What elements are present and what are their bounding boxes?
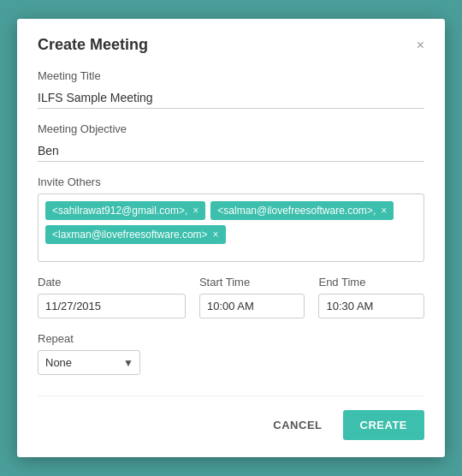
repeat-label: Repeat xyxy=(38,332,424,345)
start-time-input[interactable] xyxy=(199,294,305,318)
tag-laxman: <laxman@ilovefreesoftware.com> × xyxy=(45,225,226,244)
date-label: Date xyxy=(38,276,186,289)
meeting-objective-label: Meeting Objective xyxy=(38,122,424,135)
repeat-group: Repeat None Daily Weekly Monthly Yearly … xyxy=(38,332,424,375)
date-time-row: Date Start Time End Time xyxy=(38,276,424,318)
meeting-title-input[interactable] xyxy=(38,87,424,109)
end-time-input[interactable] xyxy=(318,294,424,318)
cancel-button[interactable]: CANCEL xyxy=(263,412,332,438)
start-time-group: Start Time xyxy=(199,276,305,318)
tag-text: <laxman@ilovefreesoftware.com> xyxy=(52,229,208,241)
create-meeting-dialog: Create Meeting × Meeting Title Meeting O… xyxy=(17,19,445,457)
invite-others-label: Invite Others xyxy=(38,176,424,188)
end-time-group: End Time xyxy=(318,276,424,318)
meeting-objective-input[interactable] xyxy=(38,140,424,162)
dialog-header: Create Meeting × xyxy=(38,36,424,54)
tag-sahil: <sahilrawat912@gmail.com>, × xyxy=(45,201,205,220)
tag-remove-salman[interactable]: × xyxy=(381,205,387,216)
close-button[interactable]: × xyxy=(417,39,424,52)
repeat-select[interactable]: None Daily Weekly Monthly Yearly xyxy=(38,350,140,375)
tag-salman: <salman@ilovefreesoftware.com>, × xyxy=(210,201,394,220)
date-input[interactable] xyxy=(38,294,186,318)
create-button[interactable]: CREATE xyxy=(343,410,424,440)
meeting-title-group: Meeting Title xyxy=(38,69,424,109)
tag-text: <sahilrawat912@gmail.com>, xyxy=(52,205,187,217)
invite-box[interactable]: <sahilrawat912@gmail.com>, × <salman@ilo… xyxy=(38,193,424,262)
tag-remove-laxman[interactable]: × xyxy=(213,229,219,240)
end-time-label: End Time xyxy=(318,276,424,289)
repeat-select-wrapper: None Daily Weekly Monthly Yearly ▼ xyxy=(38,350,140,375)
meeting-objective-group: Meeting Objective xyxy=(38,122,424,162)
invite-others-group: Invite Others <sahilrawat912@gmail.com>,… xyxy=(38,176,424,262)
tag-text: <salman@ilovefreesoftware.com>, xyxy=(217,205,376,217)
meeting-title-label: Meeting Title xyxy=(38,69,424,82)
start-time-label: Start Time xyxy=(199,276,305,289)
dialog-title: Create Meeting xyxy=(38,36,148,54)
dialog-footer: CANCEL CREATE xyxy=(38,396,424,440)
tag-remove-sahil[interactable]: × xyxy=(192,205,198,216)
date-group: Date xyxy=(38,276,186,318)
